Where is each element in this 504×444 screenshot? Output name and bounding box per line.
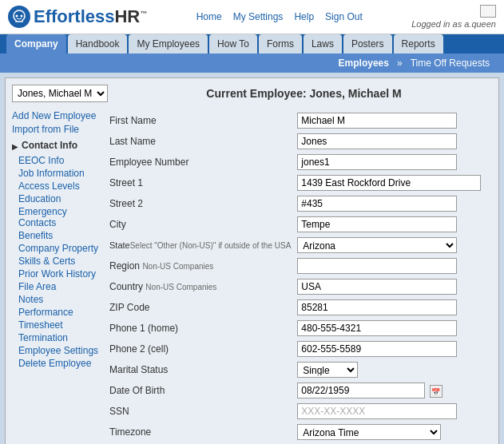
nav-tab-laws[interactable]: Laws xyxy=(304,34,342,54)
field-value-state: Arizona xyxy=(294,235,492,256)
logo-text: EffortlessHR™ xyxy=(34,6,147,27)
sub-nav: Employees » Time Off Requests xyxy=(0,54,504,73)
logged-in-text: Logged in as a.queen xyxy=(411,19,496,29)
header: EffortlessHR™ Home My Settings Help Sign… xyxy=(0,0,504,34)
field-label-zip: ZIP Code xyxy=(106,297,294,318)
sidebar-item-prior-work[interactable]: Prior Work History xyxy=(12,268,100,279)
sidebar-item-eeoc[interactable]: EEOC Info xyxy=(12,155,100,166)
nav-tab-myemployees[interactable]: My Employees xyxy=(129,34,208,54)
nav-home[interactable]: Home xyxy=(196,11,222,22)
logo-icon xyxy=(8,6,30,28)
field-value-empnum xyxy=(294,152,492,172)
field-value-zip xyxy=(294,297,492,318)
nav-signout[interactable]: Sign Out xyxy=(325,11,363,22)
import-from-file-link[interactable]: Import from File xyxy=(12,124,100,135)
table-row: Phone 2 (cell) xyxy=(106,339,492,359)
field-label-dob: Date Of Birth xyxy=(106,380,294,401)
field-value-street2 xyxy=(294,193,492,214)
field-label-lastname: Last Name xyxy=(106,131,294,152)
input-employee-number[interactable] xyxy=(297,154,457,170)
input-ssn[interactable] xyxy=(297,403,457,419)
current-employee-title: Current Employee: Jones, Michael M xyxy=(116,87,492,100)
field-label-city: City xyxy=(106,214,294,235)
table-row: City xyxy=(106,214,492,235)
input-country[interactable] xyxy=(297,279,457,295)
search-box[interactable] xyxy=(480,5,496,18)
input-dob[interactable] xyxy=(297,383,425,398)
nav-tab-howto[interactable]: How To xyxy=(209,34,257,54)
svg-point-1 xyxy=(21,15,23,18)
subnav-employees[interactable]: Employees xyxy=(331,55,397,71)
main-layout: Add New Employee Import from File ▶ Cont… xyxy=(12,110,492,444)
field-value-city xyxy=(294,214,492,235)
sidebar-item-contact-info[interactable]: Contact Info xyxy=(20,140,77,151)
sidebar-item-benefits[interactable]: Benefits xyxy=(12,230,100,241)
input-street2[interactable] xyxy=(297,196,457,212)
sidebar-item-skills[interactable]: Skills & Certs xyxy=(12,256,100,267)
table-row: ZIP Code xyxy=(106,297,492,318)
add-new-employee-link[interactable]: Add New Employee xyxy=(12,110,100,121)
input-lastname[interactable] xyxy=(297,133,457,149)
current-employee-name: Jones, Michael M xyxy=(309,87,401,100)
table-row: StateSelect "Other (Non-US)" if outside … xyxy=(106,235,492,256)
nav-tab-reports[interactable]: Reports xyxy=(394,34,443,54)
sidebar-item-company-property[interactable]: Company Property xyxy=(12,243,100,254)
input-firstname[interactable] xyxy=(297,113,457,129)
select-timezone[interactable]: Arizona Time Eastern Time Central Time M… xyxy=(297,424,441,440)
employee-select[interactable]: Jones, Michael M xyxy=(12,85,108,102)
field-label-phone2: Phone 2 (cell) xyxy=(106,339,294,359)
field-label-country: Country Non-US Companies xyxy=(106,276,294,297)
table-row: First Name xyxy=(106,110,492,131)
form-table: First Name Last Name Employee Number Str… xyxy=(106,110,492,444)
table-row: Employee Number xyxy=(106,152,492,172)
field-value-phone2 xyxy=(294,339,492,359)
table-row: Street 2 xyxy=(106,193,492,214)
sidebar-item-timesheet[interactable]: Timesheet xyxy=(12,319,100,331)
field-label-empnum: Employee Number xyxy=(106,152,294,172)
nav-tab-company[interactable]: Company xyxy=(6,34,66,54)
select-state[interactable]: Arizona xyxy=(297,237,457,253)
field-label-phone1: Phone 1 (home) xyxy=(106,318,294,339)
field-label-firstname: First Name xyxy=(106,110,294,131)
input-city[interactable] xyxy=(297,216,457,232)
input-region[interactable] xyxy=(297,258,457,274)
field-value-ssn xyxy=(294,401,492,422)
sidebar-item-delete-employee[interactable]: Delete Employee xyxy=(12,358,100,369)
table-row: Timezone Arizona Time Eastern Time Centr… xyxy=(106,422,492,442)
field-label-state: StateSelect "Other (Non-US)" if outside … xyxy=(106,235,294,256)
sidebar-item-file-area[interactable]: File Area xyxy=(12,281,100,292)
input-zip[interactable] xyxy=(297,299,457,315)
header-nav: Home My Settings Help Sign Out xyxy=(196,11,363,22)
header-right: Logged in as a.queen xyxy=(411,5,496,29)
input-phone1[interactable] xyxy=(297,320,457,336)
subnav-sep: » xyxy=(397,57,403,69)
nav-tab-handbook[interactable]: Handbook xyxy=(68,34,128,54)
nav-help[interactable]: Help xyxy=(294,11,314,22)
form-area: First Name Last Name Employee Number Str… xyxy=(106,110,492,444)
table-row: SSN xyxy=(106,401,492,422)
select-marital[interactable]: Single Married Divorced Widowed xyxy=(297,362,358,378)
field-label-street1: Street 1 xyxy=(106,172,294,193)
current-employee-label: Current Employee: xyxy=(206,87,306,100)
subnav-timeoff[interactable]: Time Off Requests xyxy=(403,55,498,71)
table-row: Marital Status Single Married Divorced W… xyxy=(106,359,492,380)
sidebar-item-termination[interactable]: Termination xyxy=(12,332,100,343)
input-phone2[interactable] xyxy=(297,341,457,357)
sidebar-item-access[interactable]: Access Levels xyxy=(12,180,100,192)
field-value-country xyxy=(294,276,492,297)
input-street1[interactable] xyxy=(297,175,481,191)
employee-selector-row: Jones, Michael M Current Employee: Jones… xyxy=(12,85,492,102)
sidebar-item-performance[interactable]: Performance xyxy=(12,307,100,318)
sidebar-item-emergency[interactable]: Emergency Contacts xyxy=(12,206,100,228)
sidebar-item-employee-settings[interactable]: Employee Settings xyxy=(12,345,100,356)
nav-tab-posters[interactable]: Posters xyxy=(343,34,392,54)
calendar-icon[interactable]: 📅 xyxy=(430,385,442,398)
sidebar-item-job[interactable]: Job Information xyxy=(12,168,100,179)
svg-point-0 xyxy=(16,15,18,18)
sidebar-item-education[interactable]: Education xyxy=(12,193,100,204)
nav-settings[interactable]: My Settings xyxy=(233,11,284,22)
sidebar-item-notes[interactable]: Notes xyxy=(12,294,100,305)
field-label-street2: Street 2 xyxy=(106,193,294,214)
nav-tab-forms[interactable]: Forms xyxy=(259,34,302,54)
field-value-phone1 xyxy=(294,318,492,339)
